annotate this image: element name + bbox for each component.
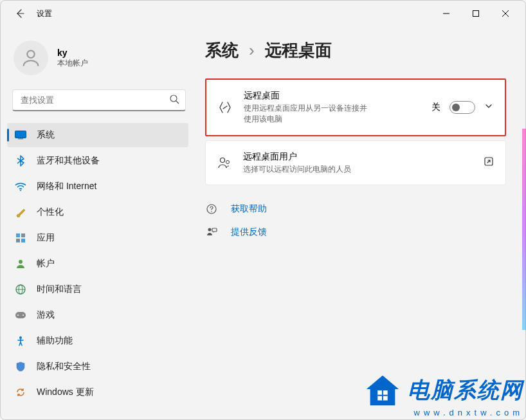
profile-name: ky xyxy=(57,48,88,58)
remote-desktop-toggle[interactable] xyxy=(449,101,475,114)
svg-point-18 xyxy=(226,160,230,163)
account-icon xyxy=(15,258,26,269)
avatar xyxy=(14,41,48,75)
sidebar: ky 本地帐户 系统 蓝牙和其他设备 网络和 In xyxy=(1,26,194,419)
sidebar-item-label: Windows 更新 xyxy=(37,387,94,398)
sidebar-item-label: 应用 xyxy=(37,232,55,244)
shield-icon xyxy=(15,361,26,372)
card-sub: 选择可以远程访问此电脑的人员 xyxy=(243,164,472,175)
svg-rect-13 xyxy=(15,312,26,318)
sidebar-item-label: 帐户 xyxy=(37,258,55,269)
search-input[interactable] xyxy=(12,89,186,111)
sidebar-item-system[interactable]: 系统 xyxy=(7,123,188,147)
settings-window: 设置 ky 本地帐户 xyxy=(0,0,526,420)
sidebar-item-label: 隐私和安全性 xyxy=(37,361,91,372)
sidebar-item-gaming[interactable]: 游戏 xyxy=(7,303,188,327)
svg-rect-6 xyxy=(16,233,20,237)
svg-point-21 xyxy=(211,212,212,213)
decorative-strip xyxy=(522,129,526,330)
profile-block[interactable]: ky 本地帐户 xyxy=(7,33,194,87)
sidebar-item-windows-update[interactable]: Windows 更新 xyxy=(7,380,188,405)
apps-icon xyxy=(15,232,26,244)
sidebar-item-label: 个性化 xyxy=(37,206,64,218)
sidebar-item-time-language[interactable]: 时间和语言 xyxy=(7,277,188,302)
card-title: 远程桌面用户 xyxy=(243,151,472,163)
svg-rect-9 xyxy=(21,239,25,242)
help-icon xyxy=(205,203,218,215)
expand-button[interactable] xyxy=(484,102,493,113)
search-wrap xyxy=(12,89,186,111)
content-area: ky 本地帐户 系统 蓝牙和其他设备 网络和 In xyxy=(1,26,525,419)
external-link-icon xyxy=(484,156,494,167)
remote-users-card[interactable]: 远程桌面用户 选择可以远程访问此电脑的人员 xyxy=(205,140,506,186)
titlebar-left: 设置 xyxy=(6,7,52,20)
main-panel: 系统 › 远程桌面 远程桌面 使用远程桌面应用从另一设备连接并使用该电脑 关 xyxy=(194,26,525,419)
feedback-icon xyxy=(205,227,218,237)
card-body: 远程桌面 使用远程桌面应用从另一设备连接并使用该电脑 xyxy=(244,90,420,125)
chevron-down-icon xyxy=(484,102,493,111)
help-link[interactable]: 获取帮助 xyxy=(205,203,506,215)
links-block: 获取帮助 提供反馈 xyxy=(205,203,506,238)
svg-point-17 xyxy=(221,158,225,162)
open-external-button[interactable] xyxy=(484,156,494,169)
app-title: 设置 xyxy=(37,8,52,19)
title-bar: 设置 xyxy=(1,1,525,26)
users-icon xyxy=(217,156,231,169)
search-icon xyxy=(169,94,179,107)
profile-text: ky 本地帐户 xyxy=(57,48,88,69)
sidebar-item-label: 网络和 Internet xyxy=(37,181,96,192)
minimize-icon xyxy=(443,10,449,17)
svg-point-5 xyxy=(20,190,21,191)
svg-rect-3 xyxy=(15,131,26,138)
person-icon xyxy=(20,47,42,69)
breadcrumb-sep: › xyxy=(249,41,255,60)
toggle-knob xyxy=(452,104,460,111)
minimize-button[interactable] xyxy=(431,3,461,24)
accessibility-icon xyxy=(15,335,26,347)
sidebar-item-label: 蓝牙和其他设备 xyxy=(37,155,100,167)
card-body: 远程桌面用户 选择可以远程访问此电脑的人员 xyxy=(243,151,472,175)
breadcrumb: 系统 › 远程桌面 xyxy=(205,39,506,62)
back-button[interactable] xyxy=(14,7,26,20)
svg-rect-23 xyxy=(212,228,217,232)
globe-icon xyxy=(15,284,26,295)
close-icon xyxy=(502,10,509,17)
link-label: 获取帮助 xyxy=(231,203,267,215)
sidebar-item-apps[interactable]: 应用 xyxy=(7,226,188,250)
window-controls xyxy=(431,3,520,24)
sidebar-item-network[interactable]: 网络和 Internet xyxy=(7,174,188,199)
profile-sub: 本地帐户 xyxy=(57,58,88,69)
svg-rect-4 xyxy=(18,138,23,140)
brush-icon xyxy=(15,206,26,218)
sidebar-item-label: 辅助功能 xyxy=(37,335,73,347)
svg-rect-8 xyxy=(16,239,20,242)
nav-list: 系统 蓝牙和其他设备 网络和 Internet 个性化 应用 xyxy=(7,123,194,405)
sidebar-item-bluetooth[interactable]: 蓝牙和其他设备 xyxy=(7,149,188,173)
wifi-icon xyxy=(15,181,26,192)
update-icon xyxy=(15,387,26,398)
sidebar-item-privacy[interactable]: 隐私和安全性 xyxy=(7,354,188,379)
card-right xyxy=(484,156,494,169)
svg-point-14 xyxy=(17,315,19,316)
card-title: 远程桌面 xyxy=(244,90,420,102)
svg-point-15 xyxy=(23,315,24,316)
sidebar-item-accessibility[interactable]: 辅助功能 xyxy=(7,329,188,353)
sidebar-item-accounts[interactable]: 帐户 xyxy=(7,251,188,276)
remote-desktop-card[interactable]: 远程桌面 使用远程桌面应用从另一设备连接并使用该电脑 关 xyxy=(205,78,506,136)
sidebar-item-label: 游戏 xyxy=(37,309,55,321)
svg-point-1 xyxy=(27,51,34,58)
card-right: 关 xyxy=(431,101,493,114)
breadcrumb-page: 远程桌面 xyxy=(265,39,332,62)
toggle-label: 关 xyxy=(431,102,440,113)
arrow-left-icon xyxy=(15,8,25,19)
sidebar-item-label: 时间和语言 xyxy=(37,284,82,295)
close-button[interactable] xyxy=(491,3,520,24)
maximize-button[interactable] xyxy=(461,3,491,24)
gamepad-icon xyxy=(15,309,26,321)
svg-point-22 xyxy=(208,228,212,232)
sidebar-item-personalization[interactable]: 个性化 xyxy=(7,200,188,224)
breadcrumb-root[interactable]: 系统 xyxy=(205,39,239,62)
feedback-link[interactable]: 提供反馈 xyxy=(205,226,506,238)
svg-point-2 xyxy=(170,95,177,102)
system-icon xyxy=(15,129,26,141)
